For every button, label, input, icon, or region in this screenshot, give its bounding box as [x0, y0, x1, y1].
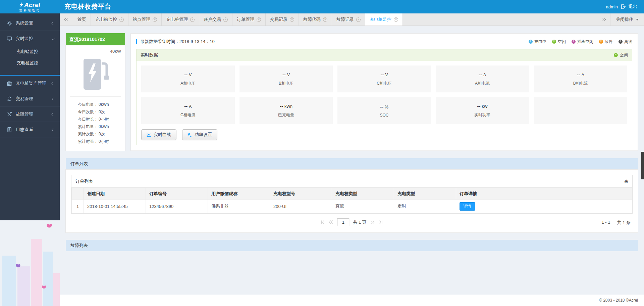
metric-current-c: --AC相电流 — [141, 97, 235, 124]
tab-close-icon[interactable] — [223, 17, 228, 22]
tab-fault-codes[interactable]: 故障代码 — [299, 13, 332, 26]
tab-close-icon[interactable] — [119, 17, 124, 22]
next-page-button[interactable] — [370, 220, 375, 224]
orders-section-header: 订单列表 — [66, 158, 638, 170]
order-detail-button[interactable]: 详情 — [460, 202, 475, 211]
vertical-scrollbar-thumb[interactable] — [641, 152, 644, 179]
pagination: 共 1 页 1 - 1 共 1 条 — [71, 218, 633, 227]
sidebar-item-label: 实时监控 — [16, 36, 33, 42]
tab-gun-monitor[interactable]: 充电枪监控 — [365, 13, 403, 26]
sidebar-item-transaction-mgmt[interactable]: 交易管理 — [0, 91, 60, 106]
legend-fault: 故障 — [599, 39, 613, 45]
metric-realtime-power: --kW实时功率 — [436, 97, 529, 124]
tab-account-trade[interactable]: 账户交易 — [199, 13, 232, 26]
orders-table: 创建日期 订单编号 用户微信昵称 充电桩型号 充电桩类型 充电类型 订单详情 1… — [71, 188, 632, 213]
last-page-button[interactable] — [379, 220, 383, 224]
realtime-submenu: 充电站监控 充电桩监控 — [0, 46, 60, 75]
metric-voltage-b: --VB相电压 — [239, 65, 333, 92]
chevron-left-icon — [52, 97, 55, 101]
sidebar: 系统设置 实时监控 充电站监控 充电桩监控 充电桩资产管理 — [0, 13, 60, 220]
tools-icon — [7, 112, 12, 117]
device-status-badge: 空闲 — [614, 52, 628, 58]
chart-line-icon — [147, 132, 151, 137]
cell-pile-type: 直流 — [332, 200, 394, 213]
metric-voltage-c: --VC相电压 — [337, 65, 431, 92]
butterfly-icon — [46, 223, 52, 228]
logout-icon[interactable] — [621, 4, 626, 9]
sidebar-item-station-monitor[interactable]: 充电站监控 — [0, 46, 60, 57]
status-dot — [599, 40, 603, 44]
metric-grid: --VA相电压 --VB相电压 --VC相电压 --AA相电流 --AB相电流 … — [141, 65, 627, 124]
realtime-panel-title: 实时数据 — [141, 52, 158, 58]
tab-site-mgmt[interactable]: 站点管理 — [128, 13, 162, 26]
tab-home[interactable]: 首页 — [73, 13, 91, 26]
username: admin — [606, 4, 618, 9]
sidebar-item-log-view[interactable]: 日志查看 — [0, 122, 60, 137]
sidebar-item-fault-mgmt[interactable]: 故障管理 — [0, 106, 60, 122]
col-header-wechat: 用户微信昵称 — [208, 188, 270, 200]
col-header-created: 创建日期 — [84, 188, 146, 200]
gear-icon — [7, 20, 12, 26]
cell-model: 200-UI — [270, 200, 332, 213]
tab-close-icon[interactable] — [257, 17, 261, 22]
logo-subtext: 安科瑞电气 — [19, 9, 41, 12]
cell-wechat: 佛系非酋 — [208, 200, 270, 213]
tab-close-icon[interactable] — [290, 17, 294, 22]
sync-arrows-icon — [7, 96, 12, 101]
cell-created: 2018-10-01 14:55:45 — [84, 200, 146, 213]
collect-time: 最新数据采集时间：2018-9-13 14：10 — [140, 39, 215, 45]
status-dot — [619, 40, 623, 44]
stat-total-count: 累计次数：0次 — [78, 130, 121, 138]
chevron-left-icon — [52, 128, 55, 132]
logout-button[interactable]: 退出 — [629, 4, 637, 10]
status-dot — [552, 40, 556, 44]
butterfly-icon — [42, 285, 46, 289]
device-stats: 今日电量：0kWh 今日次数：0次 今日时长：0小时 累计电量：0kWh 累计次… — [70, 101, 121, 145]
first-page-button[interactable] — [320, 220, 325, 224]
metric-card-empty — [534, 97, 627, 124]
power-setting-button[interactable]: P 功率设置 — [182, 129, 217, 140]
tabs-scroll-right-button[interactable] — [597, 13, 610, 26]
col-header-detail: 订单详情 — [456, 188, 632, 200]
sidebar-item-realtime-monitor[interactable]: 实时监控 — [0, 31, 60, 46]
tab-trade-records[interactable]: 交易记录 — [266, 13, 299, 26]
sidebar-item-pile-assets[interactable]: 充电桩资产管理 — [0, 76, 60, 91]
prev-page-button[interactable] — [328, 220, 333, 224]
device-power: 40kW — [70, 49, 121, 54]
range-label: 1 - 1 — [602, 220, 610, 226]
logo-text: Acrel — [24, 2, 40, 8]
metric-voltage-a: --VA相电压 — [141, 65, 235, 92]
tabs-scroll-left-button[interactable] — [60, 13, 73, 26]
status-dot — [529, 40, 533, 44]
legend-charging: 充电中 — [529, 39, 546, 45]
monitor-panel: 最新数据采集时间：2018-9-13 14：10 充电中 空闲 插枪空闲 故障 … — [130, 33, 638, 151]
decorative-illustration — [0, 220, 60, 306]
logo-bolt-icon — [19, 2, 23, 7]
document-icon — [7, 127, 12, 132]
tab-fault-records[interactable]: 故障记录 — [332, 13, 365, 26]
orders-panel-title: 订单列表 — [75, 178, 93, 184]
tab-bar: 首页 充电站监控 站点管理 充电桩管理 账户交易 订单管理 交易记录 故障代码 … — [60, 13, 644, 26]
tab-station-monitor[interactable]: 充电站监控 — [91, 13, 128, 26]
total-count-label: 共 1 条 — [617, 220, 631, 226]
sidebar-item-system-settings[interactable]: 系统设置 — [0, 15, 60, 31]
legend-offline: 离线 — [619, 39, 632, 45]
tab-close-icon[interactable] — [190, 17, 195, 22]
tab-close-icon[interactable] — [356, 17, 361, 22]
expand-plus-icon[interactable] — [624, 179, 628, 184]
col-header-charge-type: 充电类型 — [394, 188, 456, 200]
close-operations-dropdown[interactable]: 关闭操作 — [610, 13, 644, 26]
orders-section-body: 订单列表 创建日期 订单编号 用户微信昵称 充电桩型号 充电桩类型 充电类型 订… — [66, 170, 638, 232]
building-icon — [7, 81, 12, 86]
tab-close-icon[interactable] — [394, 17, 398, 22]
realtime-curve-button[interactable]: 实时曲线 — [141, 129, 176, 140]
tab-pile-mgmt[interactable]: 充电桩管理 — [162, 13, 199, 26]
tab-close-icon[interactable] — [323, 17, 327, 22]
device-card: 直流2018101702 40kW 今日电量：0kWh 今日次数：0次 今日时长… — [66, 33, 125, 151]
page-number-input[interactable] — [337, 218, 349, 226]
tab-close-icon[interactable] — [153, 17, 157, 22]
brand-logo: Acrel 安科瑞电气 — [0, 0, 60, 13]
metric-current-b: --AB相电流 — [534, 65, 627, 92]
tab-order-mgmt[interactable]: 订单管理 — [232, 13, 266, 26]
sidebar-item-pile-monitor[interactable]: 充电桩监控 — [0, 57, 60, 69]
